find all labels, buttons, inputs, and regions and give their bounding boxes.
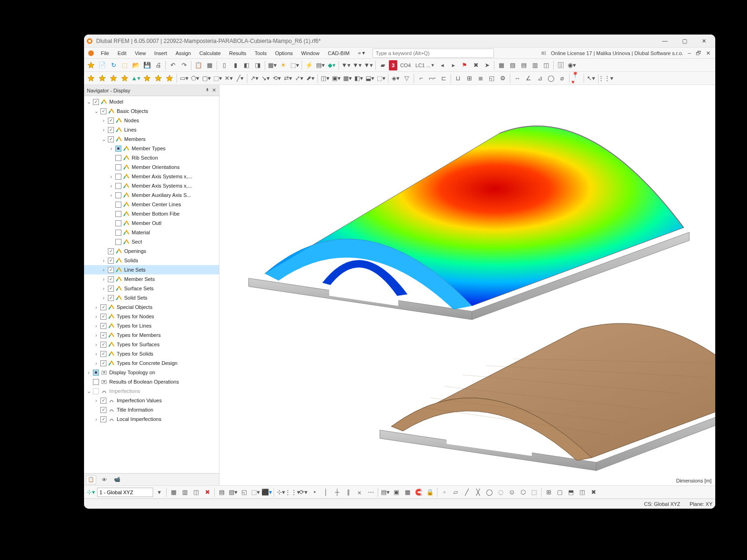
bt-mid-icon[interactable]: ┼ [332, 487, 342, 497]
grid-toggle-icon[interactable]: ▦▾ [267, 60, 277, 70]
tree-row[interactable]: ⌄✓Members [84, 134, 219, 144]
bt2-icon[interactable]: ▥ [180, 487, 190, 497]
grid-dots-icon[interactable]: ⋮⋮▾ [600, 73, 611, 84]
menu-results[interactable]: Results [226, 49, 250, 57]
tree-expand-icon[interactable]: ⌄ [86, 99, 92, 105]
axis2-icon[interactable]: ⌐⌐ [427, 73, 437, 84]
snap1-icon[interactable]: ▫ [439, 487, 450, 497]
tree-row[interactable]: Member Orientations [84, 162, 219, 172]
mov1-icon[interactable]: ↗▾ [249, 73, 260, 84]
sel-line-icon[interactable]: ╱▾ [235, 73, 245, 84]
tree-expand-icon[interactable]: › [101, 267, 106, 273]
mdi-minimize-icon[interactable]: – [688, 50, 691, 56]
cube-icon[interactable]: ◱ [486, 73, 497, 84]
maximize-button[interactable]: ▢ [675, 36, 694, 46]
mdi-restore-icon[interactable]: 🗗 [696, 50, 701, 56]
scl-icon[interactable]: ⤢▾ [294, 73, 304, 84]
nav-tab-data-icon[interactable]: 📋 [86, 475, 96, 484]
res4-icon[interactable]: ▥ [530, 60, 540, 70]
panel-pin-icon[interactable]: 🖈 [205, 87, 210, 93]
bt-mag-icon[interactable]: 🧲 [414, 487, 424, 497]
iso-icon[interactable]: ◆▾ [326, 60, 337, 70]
tree-expand-icon[interactable]: › [101, 295, 106, 301]
tree-row[interactable]: ⌄✓Basic Objects [84, 106, 219, 116]
menu-file[interactable]: File [97, 49, 113, 57]
bt-dots-icon[interactable]: ⋯ [366, 487, 376, 497]
snap4-icon[interactable]: ╳ [473, 487, 483, 497]
minimize-button[interactable]: — [655, 36, 674, 46]
filter-icon[interactable]: ▽ [402, 73, 412, 84]
tree-expand-icon[interactable]: › [101, 118, 106, 123]
bt3-icon[interactable]: ◫ [191, 487, 201, 497]
cycle-icon[interactable]: ↻ [108, 60, 119, 70]
new-blank-icon[interactable]: 📄 [97, 60, 107, 70]
tree-row[interactable]: Sect [84, 237, 219, 246]
tree-row[interactable]: ›✓Lines [84, 125, 219, 134]
n4-icon[interactable] [120, 73, 130, 84]
bt8-icon[interactable]: ⬛▾ [261, 487, 272, 497]
tree-row[interactable]: ›✓Solid Sets [84, 293, 219, 302]
menu-calculate[interactable]: Calculate [196, 49, 225, 57]
flash-icon[interactable]: ⚡ [304, 60, 314, 70]
table-icon[interactable]: ▦ [204, 60, 215, 70]
calc-icon[interactable]: ▤▾ [315, 60, 325, 70]
keyword-search-input[interactable] [373, 49, 494, 58]
mdi-close-icon[interactable]: ✕ [706, 50, 711, 56]
bt-grid-icon[interactable]: ⋮⋮▾ [287, 487, 297, 497]
tree-row[interactable]: ›✓Types for Lines [84, 321, 219, 330]
flag-icon[interactable]: ⚑ [459, 60, 470, 70]
sel-poly-icon[interactable]: ⬠▾ [190, 73, 200, 84]
view4-icon[interactable]: ◨ [253, 60, 263, 70]
filter1-icon[interactable]: ▼▾ [341, 60, 351, 70]
tree-row[interactable]: ⌄✓Model [84, 97, 219, 106]
n5-icon[interactable] [142, 73, 152, 84]
snap14-icon[interactable]: ✖ [588, 487, 599, 497]
tree-row[interactable]: ›✓Types for Concrete Design [84, 358, 219, 368]
del-icon[interactable]: ✖ [471, 60, 481, 70]
p4-icon[interactable]: ◧▾ [353, 73, 364, 84]
n2-icon[interactable] [97, 73, 107, 84]
tree-expand-icon[interactable]: › [101, 276, 106, 282]
res5-icon[interactable]: ◫ [541, 60, 551, 70]
menu-view[interactable]: View [131, 49, 150, 57]
bt-par-icon[interactable]: ∥ [343, 487, 353, 497]
p5-icon[interactable]: ⬓▾ [365, 73, 375, 84]
tree-expand-icon[interactable]: ⌄ [86, 388, 92, 394]
tree-expand-icon[interactable]: › [108, 146, 114, 151]
tree-row[interactable]: ›✓Types for Nodes [84, 312, 219, 321]
tree-row[interactable]: ›✓Types for Solids [84, 349, 219, 358]
tree-expand-icon[interactable]: › [101, 127, 106, 133]
d3-icon[interactable]: ⊿ [535, 73, 545, 84]
view1-icon[interactable]: ▯ [219, 60, 229, 70]
p2-icon[interactable]: ▣▾ [331, 73, 341, 84]
tree-row[interactable]: ›✓Member Sets [84, 274, 219, 284]
snap6-icon[interactable]: ◌ [495, 487, 506, 497]
bt-list-icon[interactable]: ▤▾ [380, 487, 390, 497]
tree-row[interactable]: ›■Member Types [84, 144, 219, 153]
support-icon[interactable]: ▲▾ [131, 73, 141, 84]
undo-icon[interactable]: ↶ [168, 60, 178, 70]
menu-insert[interactable]: Insert [150, 49, 171, 57]
arrow-icon[interactable]: ➤ [482, 60, 492, 70]
snap10-icon[interactable]: ⊞ [543, 487, 554, 497]
d1-icon[interactable]: ↔ [512, 73, 522, 84]
snap9-icon[interactable]: ⬚ [529, 487, 539, 497]
tree-expand-icon[interactable]: › [101, 286, 106, 291]
mesh-icon[interactable]: ⊞ [464, 73, 474, 84]
tree-row[interactable]: ›■Display Topology on [84, 368, 219, 377]
tree-expand-icon[interactable]: › [93, 304, 99, 310]
tree-expand-icon[interactable]: ⌄ [93, 108, 99, 114]
tree-row[interactable]: ›✓Types for Members [84, 330, 219, 340]
tree-expand-icon[interactable]: ⌄ [101, 136, 106, 142]
tree-expand-icon[interactable]: › [108, 174, 114, 179]
n1-icon[interactable] [86, 73, 96, 84]
n7-icon[interactable] [164, 73, 175, 84]
mir-icon[interactable]: ⇄▾ [283, 73, 293, 84]
tree-row[interactable]: ⌄Imperfections [84, 386, 219, 396]
redo-icon[interactable]: ↷ [179, 60, 189, 70]
next-icon[interactable]: ▸ [448, 60, 458, 70]
tree-row[interactable]: ›Member Auxiliary Axis S... [84, 190, 219, 200]
tree-row[interactable]: Material [84, 228, 219, 237]
coord-system-select[interactable]: 1 - Global XYZ [97, 488, 153, 497]
bt6-icon[interactable]: ◱ [239, 487, 249, 497]
